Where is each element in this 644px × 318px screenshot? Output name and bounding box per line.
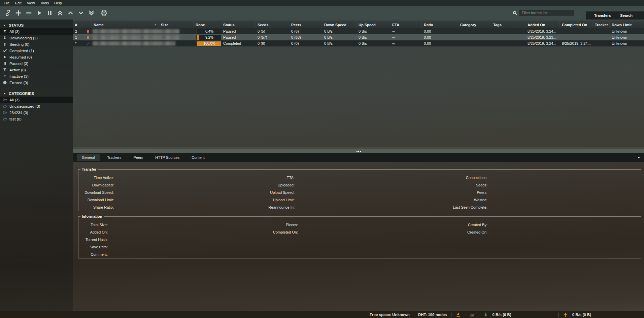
field-label: Comment: — [78, 252, 108, 256]
column-header-peers[interactable]: Peers — [289, 21, 322, 28]
details-tab-content[interactable]: Content — [187, 154, 209, 161]
folder-icon — [2, 104, 7, 109]
cell-ratio: 0.00 — [422, 29, 458, 33]
filter-torrent-input[interactable] — [519, 10, 574, 16]
progress-bar: 100.0% — [196, 41, 221, 46]
alt-speed-limits-icon[interactable] — [469, 312, 475, 317]
sidebar-status-paused-3[interactable]: Paused (3) — [0, 60, 73, 67]
column-header-up-speed[interactable]: Up Speed — [357, 21, 390, 28]
status-section: STATUS All (3)Downloading (2)Seeding (0)… — [0, 22, 73, 86]
details-tab-http-sources[interactable]: HTTP Sources — [150, 154, 184, 161]
upload-speed-icon — [563, 312, 568, 317]
tab-transfers[interactable]: Transfers — [589, 12, 616, 19]
column-header-tags[interactable]: Tags — [491, 21, 526, 28]
column-header-completed-on[interactable]: Completed On — [560, 21, 593, 28]
move-top-button[interactable] — [55, 8, 65, 18]
sidebar-status-errored-0[interactable]: Errored (0) — [0, 79, 73, 86]
global-download-speed[interactable]: 0 B/s (0 B) — [493, 313, 511, 317]
sidebar-status-seeding-0[interactable]: Seeding (0) — [0, 41, 73, 47]
sidebar-status-completed-1[interactable]: Completed (1) — [0, 47, 73, 54]
sidebar-status-inactive-3[interactable]: Inactive (3) — [0, 73, 73, 79]
sidebar-status-all-3[interactable]: All (3) — [0, 28, 73, 35]
column-header-label: Down Speed — [324, 23, 346, 27]
details-tab-trackers[interactable]: Trackers — [102, 154, 126, 161]
connection-status-icon[interactable] — [455, 312, 461, 317]
sidebar-item-label: All (3) — [9, 98, 20, 102]
menu-file[interactable]: File — [2, 0, 13, 6]
column-header-label: Tracker — [595, 23, 608, 27]
delete-button[interactable] — [24, 8, 34, 18]
toolbar: ⚙ — [0, 6, 644, 20]
field-label: Peers: — [295, 190, 487, 195]
status-section-header[interactable]: STATUS — [0, 22, 73, 28]
cell-peers: 0 (6) — [289, 29, 322, 33]
menu-edit[interactable]: Edit — [13, 0, 25, 6]
sidebar-item-label: All (3) — [9, 30, 20, 34]
sidebar-status-resumed-0[interactable]: Resumed (0) — [0, 54, 73, 60]
cell-eta: ∞ — [390, 35, 422, 39]
main-area: STATUS All (3)Downloading (2)Seeding (0)… — [0, 20, 644, 311]
details-tab-general[interactable]: General — [77, 154, 100, 161]
move-down-button[interactable] — [76, 8, 86, 18]
sidebar-status-downloading-2[interactable]: Downloading (2) — [0, 35, 73, 41]
status-header-label: STATUS — [9, 23, 24, 27]
progress-label: 0.4% — [197, 29, 221, 34]
column-header-ratio[interactable]: Ratio — [422, 21, 458, 28]
sidebar-category-all-3[interactable]: All (3) — [0, 97, 73, 103]
sidebar-category-234234-0[interactable]: 234234 (0) — [0, 109, 73, 116]
tab-search[interactable]: Search — [615, 12, 637, 19]
column-header-#[interactable]: # — [73, 21, 82, 28]
details-tab-peers[interactable]: Peers — [129, 154, 148, 161]
arrow-up-icon — [2, 42, 7, 47]
column-header-down-limit[interactable]: Down Limit — [610, 21, 643, 28]
sidebar-category-test-0[interactable]: test (0) — [0, 116, 73, 122]
column-header-category[interactable]: Category — [458, 21, 491, 28]
column-header-tracker[interactable]: Tracker — [593, 21, 610, 28]
details-pane: Transfer Time Active:ETA:Connections:Dow… — [73, 162, 644, 311]
move-up-button[interactable] — [65, 8, 75, 18]
resume-button[interactable] — [34, 8, 44, 18]
cell-done: 0.4% — [194, 29, 221, 34]
field-label: Connections: — [295, 176, 487, 180]
information-group: Information Total Size:Pieces:Created By… — [78, 214, 641, 258]
sidebar-status-active-0[interactable]: Active (0) — [0, 67, 73, 73]
details-label-row: Downloaded:Uploaded:Seeds: — [78, 181, 641, 189]
column-header-eta[interactable]: ETA — [390, 21, 422, 28]
sidebar-item-label: Uncategorized (3) — [9, 104, 40, 108]
column-header-added-on[interactable]: Added On — [526, 21, 560, 28]
view-switch-tabs: Transfers Search — [586, 11, 644, 20]
pause-button[interactable] — [44, 8, 55, 18]
menu-help[interactable]: Help — [53, 0, 66, 6]
move-bottom-button[interactable] — [86, 8, 96, 18]
cell-state — [82, 30, 92, 33]
chevrons-down-icon — [88, 9, 95, 16]
column-header-status[interactable]: Status — [221, 21, 256, 28]
menu-tools[interactable]: Tools — [38, 0, 53, 6]
add-torrent-link-button[interactable] — [3, 8, 13, 18]
categories-section-header[interactable]: CATEGORIES — [0, 91, 73, 97]
add-torrent-file-button[interactable] — [13, 8, 23, 18]
column-header-seeds[interactable]: Seeds — [256, 21, 289, 28]
categories-section: CATEGORIES All (3)Uncategorized (3)23423… — [0, 91, 73, 122]
torrent-row[interactable]: *100.0%Completed0 (6)0 (0)0 B/s0 B/s∞0.0… — [73, 40, 644, 46]
cell-down_limit: Unknown — [610, 35, 643, 39]
options-button[interactable]: ⚙ — [99, 8, 109, 18]
menu-view[interactable]: View — [25, 0, 39, 6]
sidebar: STATUS All (3)Downloading (2)Seeding (0)… — [0, 20, 73, 311]
column-header-name[interactable]: Name — [92, 21, 159, 28]
column-header-state-icon[interactable] — [82, 21, 92, 28]
pane-splitter[interactable] — [73, 147, 644, 153]
global-upload-speed[interactable]: 0 B/s (0 B) — [572, 313, 591, 317]
sidebar-category-uncategorized-3[interactable]: Uncategorized (3) — [0, 103, 73, 109]
panel-collapse-chevron-icon[interactable] — [637, 156, 641, 160]
redacted-torrent-name — [93, 35, 179, 39]
column-header-size[interactable]: Size — [159, 21, 194, 28]
column-header-done[interactable]: Done — [194, 21, 221, 28]
torrent-row[interactable]: 19.2%Paused0 (57)0 (63)0 B/s0 B/s∞0.008/… — [73, 34, 644, 40]
cell-ratio: 0.00 — [422, 41, 458, 45]
field-label: Torrent Hash: — [78, 238, 108, 242]
column-header-down-speed[interactable]: Down Speed — [322, 21, 357, 28]
torrent-row[interactable]: 20.4%Paused0 (5)0 (6)0 B/s0 B/s∞0.008/25… — [73, 28, 644, 34]
paused-state-icon — [86, 30, 90, 33]
funnel-icon — [2, 68, 7, 72]
